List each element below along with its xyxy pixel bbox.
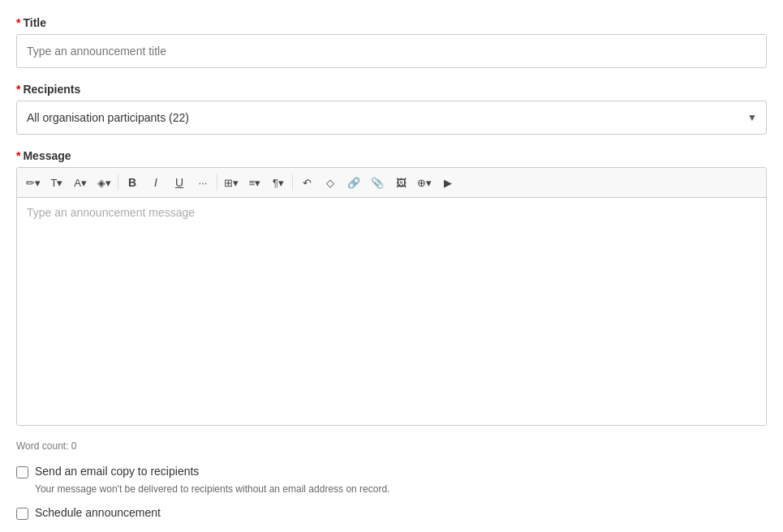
toolbar-separator-2 [217, 174, 217, 191]
paragraph-button[interactable]: ¶▾ [267, 171, 290, 194]
schedule-row: Schedule announcement [16, 506, 767, 520]
email-copy-row: Send an email copy to recipients [16, 465, 767, 478]
bold-button[interactable]: B [121, 171, 144, 194]
media-button[interactable]: ▶ [437, 171, 459, 194]
insert-button[interactable]: ⊕▾ [413, 171, 436, 194]
recipients-required-star: * [16, 83, 20, 96]
message-editor-body[interactable]: Type an announcement message [17, 198, 766, 425]
align-button[interactable]: ≡▾ [243, 171, 266, 194]
toolbar-separator-1 [118, 174, 118, 191]
font-size-button[interactable]: A▾ [69, 171, 92, 194]
message-label: *Message [16, 149, 767, 162]
recipients-label: *Recipients [16, 83, 767, 96]
title-field-group: *Title [16, 16, 767, 68]
title-required-star: * [16, 16, 20, 29]
link-button[interactable]: 🔗 [342, 171, 365, 194]
email-copy-label[interactable]: Send an email copy to recipients [35, 465, 199, 478]
text-style-button[interactable]: T▾ [45, 171, 68, 194]
email-copy-checkbox[interactable] [16, 466, 28, 478]
color-button[interactable]: ◈▾ [92, 171, 115, 194]
schedule-label[interactable]: Schedule announcement [35, 506, 161, 519]
italic-button[interactable]: I [144, 171, 167, 194]
toolbar-separator-3 [292, 174, 293, 191]
email-copy-note: Your message won't be delivered to recip… [35, 483, 767, 495]
recipients-field-group: *Recipients All organisation participant… [16, 83, 767, 135]
paint-brush-button[interactable]: ✏▾ [22, 171, 45, 194]
attach-button[interactable]: 📎 [366, 171, 389, 194]
word-count: Word count: 0 [16, 440, 767, 452]
recipients-select[interactable]: All organisation participants (22) [16, 101, 767, 135]
message-editor: ✏▾ T▾ A▾ ◈▾ B I U ··· [16, 167, 767, 426]
message-required-star: * [16, 149, 20, 162]
recipients-select-wrapper: All organisation participants (22) ▼ [16, 101, 767, 135]
image-button[interactable]: 🖼 [389, 171, 412, 194]
undo-button[interactable]: ↶ [295, 171, 318, 194]
schedule-checkbox[interactable] [16, 508, 28, 520]
title-label: *Title [16, 16, 767, 29]
more-button[interactable]: ··· [191, 171, 214, 194]
title-input[interactable] [16, 34, 767, 68]
editor-toolbar: ✏▾ T▾ A▾ ◈▾ B I U ··· [17, 168, 766, 198]
message-field-group: *Message ✏▾ T▾ A▾ ◈▾ B I [16, 149, 767, 426]
clear-format-button[interactable]: ◇ [319, 171, 342, 194]
table-button[interactable]: ⊞▾ [220, 171, 243, 194]
underline-button[interactable]: U [168, 171, 191, 194]
